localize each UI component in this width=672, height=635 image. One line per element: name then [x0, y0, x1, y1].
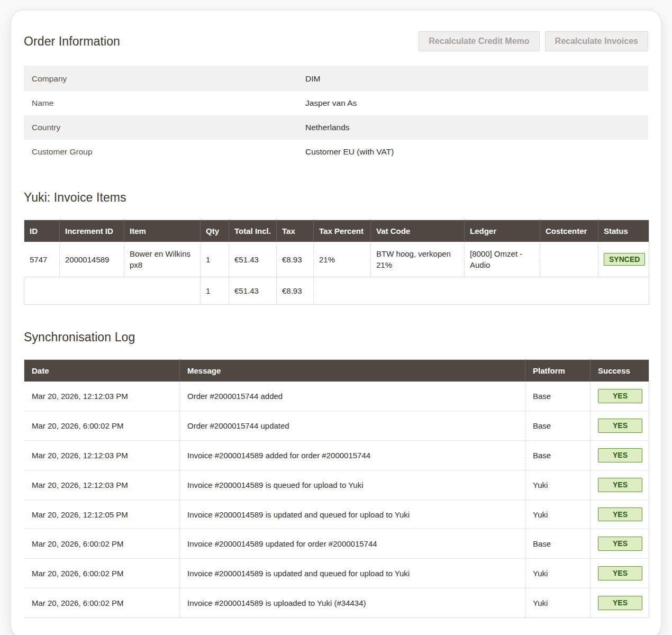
recalculate-credit-memo-button[interactable]: Recalculate Credit Memo: [419, 31, 539, 51]
order-info-label: Company: [24, 67, 297, 92]
log-success-cell: YES: [591, 559, 649, 588]
item-ledger-cell: [8000] Omzet - Audio: [465, 242, 540, 277]
col-header-message: Message: [180, 360, 525, 382]
sync-log-table: Date Message Platform Success Mar 20, 20…: [24, 359, 649, 618]
sync-log-row: Mar 20, 2026, 6:00:02 PM Order #20000157…: [24, 411, 649, 440]
log-platform-cell: Yuki: [525, 470, 591, 500]
col-header-vat-code: Vat Code: [371, 220, 465, 242]
item-id-cell: 5747: [24, 242, 60, 277]
log-success-cell: YES: [591, 411, 649, 440]
order-info-table-body: Company DIM Name Jasper van As Country N…: [24, 67, 648, 165]
item-vat-code-cell: BTW hoog, verkopen 21%: [371, 242, 465, 277]
order-info-value: Customer EU (with VAT): [297, 140, 648, 164]
totals-qty-cell: 1: [201, 277, 229, 305]
totals-spacer-right: [314, 277, 649, 305]
log-platform-cell: Yuki: [525, 559, 591, 588]
item-costcenter-cell: [540, 242, 598, 277]
order-info-row: Company DIM: [24, 67, 648, 92]
sync-log-body: Mar 20, 2026, 12:12:03 PM Order #2000015…: [24, 382, 649, 618]
item-increment-id-cell: 2000014589: [60, 242, 124, 277]
item-qty-cell: 1: [201, 242, 229, 277]
invoice-items-body: 5747 2000014589 Bower en Wilkins px8 1 €…: [24, 242, 649, 305]
log-message-cell: Invoice #2000014589 is queued for upload…: [180, 470, 525, 500]
success-yes-badge: YES: [598, 419, 642, 433]
order-info-row: Country Netherlands: [24, 115, 648, 140]
log-message-cell: Order #2000015744 added: [180, 382, 525, 411]
log-success-cell: YES: [591, 440, 649, 470]
order-detail-card: Order Information Recalculate Credit Mem…: [11, 10, 661, 635]
col-header-tax-percent: Tax Percent: [314, 220, 371, 242]
log-message-cell: Invoice #2000014589 added for order #200…: [180, 440, 525, 470]
sync-log-title: Synchronisation Log: [24, 330, 648, 344]
log-date-cell: Mar 20, 2026, 6:00:02 PM: [24, 588, 180, 618]
sync-log-row: Mar 20, 2026, 6:00:02 PM Invoice #200001…: [24, 588, 649, 618]
sync-log-row: Mar 20, 2026, 12:12:05 PM Invoice #20000…: [24, 500, 649, 529]
log-date-cell: Mar 20, 2026, 6:00:02 PM: [24, 559, 180, 588]
success-yes-badge: YES: [598, 566, 642, 580]
log-message-cell: Invoice #2000014589 is updated and queue…: [180, 500, 525, 529]
invoice-items-totals-row: 1 €51.43 €8.93: [24, 277, 649, 305]
order-info-value: Netherlands: [297, 115, 648, 140]
log-date-cell: Mar 20, 2026, 6:00:02 PM: [24, 411, 180, 440]
order-info-row: Name Jasper van As: [24, 91, 648, 115]
order-info-value: Jasper van As: [297, 91, 648, 115]
log-date-cell: Mar 20, 2026, 12:12:03 PM: [24, 470, 180, 500]
invoice-items-table: ID Increment ID Item Qty Total Incl. Tax…: [24, 220, 649, 305]
order-information-title: Order Information: [24, 34, 120, 49]
order-actions: Recalculate Credit Memo Recalculate Invo…: [419, 31, 648, 51]
invoice-items-head: ID Increment ID Item Qty Total Incl. Tax…: [24, 220, 649, 242]
success-yes-badge: YES: [598, 448, 642, 462]
success-yes-badge: YES: [598, 537, 642, 551]
log-date-cell: Mar 20, 2026, 6:00:02 PM: [24, 529, 180, 559]
col-header-item: Item: [124, 220, 201, 242]
log-success-cell: YES: [591, 500, 649, 529]
log-platform-cell: Yuki: [525, 588, 591, 618]
sync-log-row: Mar 20, 2026, 12:12:03 PM Order #2000015…: [24, 382, 649, 411]
col-header-date: Date: [24, 360, 180, 382]
order-info-table: Company DIM Name Jasper van As Country N…: [24, 66, 648, 164]
totals-total-incl-cell: €51.43: [229, 277, 277, 305]
order-info-label: Customer Group: [24, 140, 297, 164]
totals-tax-cell: €8.93: [277, 277, 314, 305]
log-success-cell: YES: [591, 382, 649, 411]
log-message-cell: Invoice #2000014589 updated for order #2…: [180, 529, 525, 559]
item-name-cell: Bower en Wilkins px8: [124, 242, 201, 277]
col-header-id: ID: [24, 220, 60, 242]
success-yes-badge: YES: [598, 478, 642, 492]
synced-status-badge: SYNCED: [604, 253, 645, 266]
col-header-success: Success: [591, 360, 649, 382]
recalculate-invoices-button[interactable]: Recalculate Invoices: [545, 31, 648, 51]
order-info-label: Country: [24, 115, 297, 140]
col-header-costcenter: Costcenter: [540, 220, 598, 242]
log-date-cell: Mar 20, 2026, 12:12:03 PM: [24, 382, 180, 411]
order-info-label: Name: [24, 91, 297, 115]
col-header-total-incl: Total Incl.: [229, 220, 277, 242]
invoice-items-title: Yuki: Invoice Items: [24, 190, 648, 205]
invoice-item-row: 5747 2000014589 Bower en Wilkins px8 1 €…: [24, 242, 649, 277]
sync-log-row: Mar 20, 2026, 12:12:03 PM Invoice #20000…: [24, 440, 649, 470]
log-message-cell: Invoice #2000014589 is updated and queue…: [180, 559, 525, 588]
item-status-cell: SYNCED: [598, 242, 649, 277]
log-message-cell: Order #2000015744 updated: [180, 411, 525, 440]
item-total-incl-cell: €51.43: [229, 242, 277, 277]
log-date-cell: Mar 20, 2026, 12:12:05 PM: [24, 500, 180, 529]
order-information-header: Order Information Recalculate Credit Mem…: [24, 31, 648, 51]
sync-log-header-row: Date Message Platform Success: [24, 360, 649, 382]
success-yes-badge: YES: [598, 507, 642, 522]
log-message-cell: Invoice #2000014589 is uploaded to Yuki …: [180, 588, 525, 618]
totals-spacer-left: [24, 277, 201, 305]
success-yes-badge: YES: [598, 389, 642, 403]
invoice-items-header-row: ID Increment ID Item Qty Total Incl. Tax…: [24, 220, 649, 242]
sync-log-row: Mar 20, 2026, 12:12:03 PM Invoice #20000…: [24, 470, 649, 500]
log-platform-cell: Base: [525, 529, 591, 559]
order-info-row: Customer Group Customer EU (with VAT): [24, 140, 648, 164]
sync-log-head: Date Message Platform Success: [24, 360, 649, 382]
log-platform-cell: Base: [525, 440, 591, 470]
order-info-value: DIM: [297, 67, 648, 92]
log-platform-cell: Yuki: [525, 500, 591, 529]
col-header-tax: Tax: [277, 220, 314, 242]
col-header-platform: Platform: [525, 360, 591, 382]
log-date-cell: Mar 20, 2026, 12:12:03 PM: [24, 440, 180, 470]
sync-log-row: Mar 20, 2026, 6:00:02 PM Invoice #200001…: [24, 529, 649, 559]
log-success-cell: YES: [591, 588, 649, 618]
